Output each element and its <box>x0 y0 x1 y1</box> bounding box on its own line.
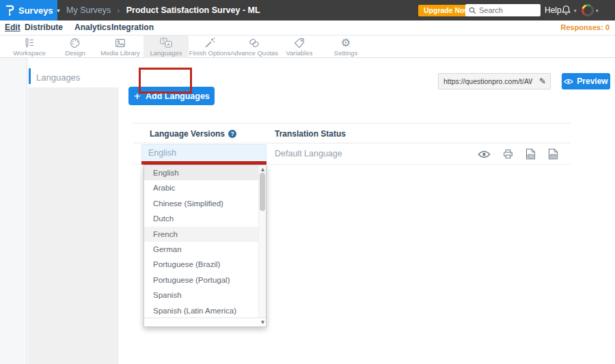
top-bar: Surveys ▾ My Surveys › Product Satisfact… <box>0 0 615 20</box>
language-dropdown: English Arabic Chinese (Simplified) Dutc… <box>144 165 266 327</box>
tab-edit[interactable]: Edit <box>5 20 20 36</box>
help-link[interactable]: Help <box>545 0 562 20</box>
preview-button[interactable]: Preview <box>562 73 610 89</box>
breadcrumb: My Surveys › Product Satisfaction Survey… <box>66 0 260 20</box>
dropdown-option-german[interactable]: German <box>144 242 266 257</box>
dropdown-option-portuguese-brazil[interactable]: Portuguese (Brazil) <box>144 257 266 272</box>
pdf-export-icon[interactable]: PDF <box>548 148 558 160</box>
translation-status-value: Default Language <box>275 143 342 165</box>
global-search[interactable] <box>465 4 541 16</box>
dropdown-option-spanish[interactable]: Spanish <box>144 288 266 303</box>
settings-icon: ⚙ <box>341 38 351 48</box>
preview-label: Preview <box>577 76 607 86</box>
language-select-input[interactable] <box>141 144 266 162</box>
tab-distribute[interactable]: Distribute <box>25 20 63 36</box>
toolbar-item-label: Design <box>65 49 85 57</box>
tab-integration[interactable]: Integration <box>111 20 154 36</box>
languages-table-header: Language Versions ? Translation Status <box>133 123 571 143</box>
languages-icon: 文 A <box>160 38 172 48</box>
tab-analytics[interactable]: Analytics <box>74 20 111 36</box>
toolbar-item-label: Languages <box>150 49 182 57</box>
toolbar-item-design[interactable]: Design <box>53 36 98 58</box>
plus-icon: + <box>133 91 141 101</box>
dropdown-option-arabic[interactable]: Arabic <box>144 180 266 195</box>
survey-section-nav: Edit Distribute Analytics Integration Re… <box>0 20 615 36</box>
dropdown-option-dutch[interactable]: Dutch <box>144 211 266 226</box>
breadcrumb-survey-title: Product Satisfaction Survey - ML <box>126 5 260 15</box>
svg-text:DOC: DOC <box>528 155 534 158</box>
toolbar-item-workspace[interactable]: Workspace <box>7 36 52 58</box>
notifications-bell-icon[interactable] <box>561 5 571 16</box>
sidebar-panel <box>28 87 118 364</box>
edit-toolbar: Workspace Design <box>0 36 615 58</box>
caret-down-icon: ▾ <box>57 8 60 14</box>
brand-label: Surveys <box>18 5 53 16</box>
column-language-versions: Language Versions ? <box>150 124 236 144</box>
toolbar-item-label: Finish Options <box>189 49 231 57</box>
breadcrumb-my-surveys[interactable]: My Surveys <box>66 5 111 15</box>
toolbar-item-label: Settings <box>334 49 357 57</box>
dropdown-footer <box>144 318 266 326</box>
caret-down-icon[interactable]: ▾ <box>574 8 577 14</box>
questionpro-logo-icon <box>5 4 14 16</box>
survey-url-box: ✎ <box>438 73 551 89</box>
dropdown-option-english[interactable]: English <box>144 165 266 180</box>
product-switcher[interactable]: Surveys ▾ <box>0 0 57 20</box>
view-eye-icon[interactable] <box>478 150 491 158</box>
add-languages-label: Add Languages <box>146 92 210 101</box>
toolbar-item-label: Workspace <box>13 49 45 57</box>
print-icon[interactable] <box>503 149 513 159</box>
caret-down-icon[interactable]: ▾ <box>596 8 599 14</box>
toolbar-item-label: Media Library <box>100 49 140 57</box>
preview-eye-icon <box>564 79 573 85</box>
toolbar-item-label: Advance Quotas <box>230 49 278 57</box>
toolbar-item-languages[interactable]: 文 A Languages <box>144 36 189 58</box>
responses-count[interactable]: Responses: 0 <box>560 20 610 36</box>
dropdown-scrollbar-thumb[interactable] <box>260 173 265 211</box>
edit-url-icon[interactable]: ✎ <box>535 76 550 86</box>
toolbar-item-settings[interactable]: ⚙ Settings <box>323 36 368 58</box>
svg-text:A: A <box>167 42 170 46</box>
advance-quotas-icon <box>248 38 260 48</box>
help-circle-icon[interactable]: ? <box>228 130 236 138</box>
finish-options-icon <box>204 38 215 48</box>
toolbar-item-label: Variables <box>286 49 313 57</box>
search-input[interactable] <box>479 6 537 14</box>
svg-text:PDF: PDF <box>551 155 556 158</box>
toolbar-item-advance-quotas[interactable]: Advance Quotas <box>232 36 277 58</box>
toolbar-item-finish-options[interactable]: Finish Options <box>187 36 232 58</box>
scroll-up-icon[interactable]: ▲ <box>261 167 264 172</box>
design-icon <box>70 38 81 48</box>
scroll-down-icon[interactable]: ▼ <box>261 320 264 325</box>
dropdown-option-spanish-latin-america[interactable]: Spanish (Latin America) <box>144 303 266 318</box>
search-icon <box>469 7 476 14</box>
row-actions: DOC PDF <box>478 143 558 165</box>
left-rail <box>0 58 27 364</box>
dropdown-option-portuguese-portugal[interactable]: Portuguese (Portugal) <box>144 272 266 288</box>
sidebar-active-accent <box>29 68 31 84</box>
media-library-icon <box>115 38 126 48</box>
workspace-icon <box>24 38 35 48</box>
toolbar-item-variables[interactable]: Variables <box>277 36 322 58</box>
dropdown-option-chinese-simplified[interactable]: Chinese (Simplified) <box>144 196 266 211</box>
user-avatar[interactable] <box>582 4 594 16</box>
questionpro-languages-page: Surveys ▾ My Surveys › Product Satisfact… <box>0 0 615 364</box>
variables-icon <box>294 38 305 48</box>
dropdown-option-french[interactable]: French <box>144 227 266 242</box>
column-translation-status: Translation Status <box>275 124 346 144</box>
doc-export-icon[interactable]: DOC <box>525 148 536 160</box>
breadcrumb-separator: › <box>117 6 120 15</box>
add-languages-button[interactable]: + Add Languages <box>128 87 215 105</box>
sidebar-header: Languages <box>28 58 118 87</box>
survey-url-input[interactable] <box>439 77 535 85</box>
toolbar-item-media-library[interactable]: Media Library <box>98 36 143 58</box>
sidebar-item-languages[interactable]: Languages <box>36 72 80 83</box>
